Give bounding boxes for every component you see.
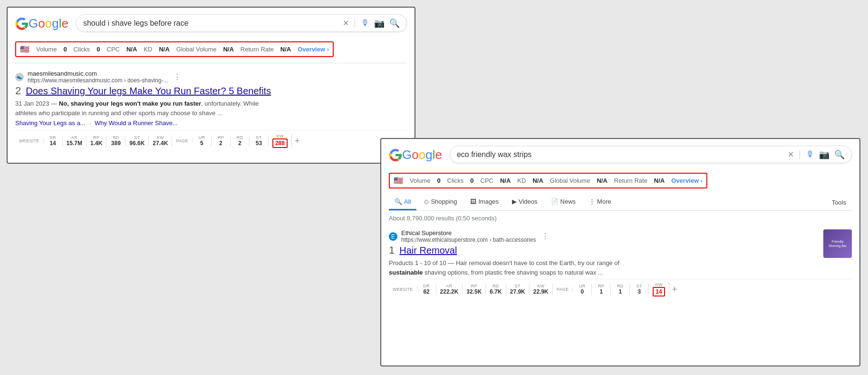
divider-pipe-1: | <box>354 18 356 29</box>
result-title-link-1[interactable]: Does Shaving Your legs Make You Run Fast… <box>26 86 271 97</box>
search-submit-icon-1[interactable]: 🔍 <box>389 18 400 29</box>
result-meta-1: 👟 maesmilesandmusic.com https://www.maes… <box>15 70 407 84</box>
search-bar-2[interactable]: eco friendly wax strips ✕ | 🎙 📷 🔍 <box>450 146 852 163</box>
result-source-2: Ethical Superstore <box>401 229 536 237</box>
logo-g-2: G <box>402 148 412 162</box>
mic-icon-2[interactable]: 🎙 <box>806 149 814 159</box>
snippet-date-1: 31 Jan 2023 <box>15 100 49 107</box>
metric-page-1: PAGE <box>172 138 193 143</box>
overview-link-2[interactable]: Overview › <box>671 177 703 184</box>
result-link-1a[interactable]: Shaving Your Legs as a... <box>15 119 85 127</box>
metric-page-2: PAGE <box>553 287 573 292</box>
result-snippet-1: 31 Jan 2023 — No, shaving your legs won'… <box>15 99 407 118</box>
metric-plus-2[interactable]: + <box>672 285 677 295</box>
tab-more-2[interactable]: ⋮ More <box>583 194 617 210</box>
metric-rd2-1: RD 2 <box>231 135 250 147</box>
clear-icon-2[interactable]: ✕ <box>788 150 794 159</box>
result-thumbnail-2: FriendlyShaving Bar <box>823 229 852 258</box>
metrics-bar-1: WEBSITE DR 14 AR 15.7M RP 1.4K RD 389 ST <box>15 130 407 148</box>
cpc-value-2: N/A <box>500 177 511 184</box>
tab-images-2[interactable]: 🖼 Images <box>464 194 504 210</box>
window1: Google should i shave legs before race ✕… <box>7 7 415 164</box>
metric-ur-1: UR 5 <box>193 135 212 147</box>
result-favicon-1: 👟 <box>15 73 24 81</box>
google-logo-2: Google <box>389 148 442 162</box>
result-favicon-2: E <box>389 232 397 241</box>
lens-icon-1[interactable]: 📷 <box>374 18 385 29</box>
metric-st2-2: ST 3 <box>630 284 649 295</box>
search-tabs-2: 🔍 All ◇ Shopping 🖼 Images ▶ Videos 📄 New… <box>389 194 852 211</box>
tab-tools-2[interactable]: Tools <box>826 195 852 210</box>
logo-e-2: e <box>435 148 442 162</box>
metric-rp1-2: RP 32.5K <box>463 284 486 295</box>
gv-label-2: Global Volume <box>550 177 590 184</box>
result-content-wrapper-2: E Ethical Superstore https://www.ethical… <box>389 229 852 279</box>
search-query-1: should i shave legs before race <box>83 19 339 28</box>
metrics-bar-2: WEBSITE DR 62 AR 222.2K RP 32.5K RD 6.7K… <box>389 279 852 296</box>
search-bar-icons-2: ✕ | 🎙 📷 🔍 <box>788 149 845 160</box>
kd-value-2: N/A <box>532 177 543 184</box>
metric-website-2: WEBSITE <box>389 287 417 292</box>
metric-rd1-1: RD 389 <box>106 135 125 147</box>
tab-images-icon-2: 🖼 <box>470 198 476 205</box>
gv-label-1: Global Volume <box>176 46 217 53</box>
results-count-2: About 8,790,000 results (0.50 seconds) <box>389 215 852 222</box>
logo-g2: g <box>52 16 58 30</box>
tab-videos-label-2: Videos <box>519 198 538 205</box>
result-content-2: E Ethical Superstore https://www.ethical… <box>389 229 818 279</box>
mic-icon-1[interactable]: 🎙 <box>361 18 369 28</box>
metric-st1-2: ST 27.9K <box>506 284 530 295</box>
metric-kw1-2: KW 22.9K <box>530 284 553 295</box>
dot-sep-1: · <box>89 119 91 127</box>
gv-value-1: N/A <box>223 46 233 53</box>
snippet-text1-2: Products 1 - 10 of 10 — Hair removal doe… <box>389 259 619 266</box>
result-source-1: maesmilesandmusic.com <box>28 70 168 77</box>
logo-o1-2: o <box>412 148 418 162</box>
clear-icon-1[interactable]: ✕ <box>343 19 349 28</box>
metric-dr-2: DR 62 <box>417 284 436 295</box>
tab-more-icon-2: ⋮ <box>589 198 595 205</box>
tab-shopping-label-2: Shopping <box>431 198 457 205</box>
result-snippet-2: Products 1 - 10 of 10 — Hair removal doe… <box>389 258 818 277</box>
search-submit-icon-2[interactable]: 🔍 <box>834 149 845 160</box>
rr-value-1: N/A <box>280 46 291 53</box>
metric-dr-1: DR 14 <box>44 135 63 147</box>
volume-label-1: Volume <box>36 46 57 53</box>
result-options-icon-1[interactable]: ⋮ <box>174 72 181 81</box>
gv-value-2: N/A <box>597 177 607 184</box>
cpc-label-1: CPC <box>107 46 120 53</box>
metric-plus-1[interactable]: + <box>295 136 300 146</box>
rr-label-2: Return Rate <box>614 177 647 184</box>
flag-icon-1: 🇺🇸 <box>20 45 29 54</box>
tab-news-label-2: News <box>560 198 576 205</box>
result-item-2: E Ethical Superstore https://www.ethical… <box>389 227 852 296</box>
tab-images-label-2: Images <box>478 198 499 205</box>
metric-ur-2: UR 0 <box>573 284 592 295</box>
search-bar-1[interactable]: should i shave legs before race ✕ | 🎙 📷 … <box>76 14 407 32</box>
result-link-1b[interactable]: Why Would a Runner Shave... <box>95 119 178 127</box>
clicks-value-2: 0 <box>470 177 473 184</box>
google-logo-1: Google <box>15 16 68 31</box>
kd-label-2: KD <box>517 177 526 184</box>
result-links-1: Shaving Your Legs as a... · Why Would a … <box>15 119 407 127</box>
metric-rd2-2: RD 1 <box>611 284 630 295</box>
snippet-text1-1: — No, shaving your legs won't make you r… <box>51 100 259 107</box>
tab-all-2[interactable]: 🔍 All <box>389 194 416 210</box>
tab-news-2[interactable]: 📄 News <box>545 194 582 210</box>
logo-g2-2: g <box>425 148 432 162</box>
seo-bar-2: 🇺🇸 Volume 0 Clicks 0 CPC N/A KD N/A Glob… <box>389 173 707 188</box>
tab-videos-2[interactable]: ▶ Videos <box>506 194 543 210</box>
logo-o2-2: o <box>419 148 425 162</box>
overview-link-1[interactable]: Overview › <box>298 46 329 53</box>
divider-pipe-2: | <box>799 149 801 160</box>
metric-rp1-1: RP 1.4K <box>87 135 106 147</box>
tab-shopping-2[interactable]: ◇ Shopping <box>418 194 463 210</box>
result-options-icon-2[interactable]: ⋮ <box>541 232 549 241</box>
tab-news-icon-2: 📄 <box>551 198 559 205</box>
search-query-2: eco friendly wax strips <box>457 150 784 159</box>
clicks-value-1: 0 <box>96 46 100 53</box>
metric-kw1-1: KW 27.4K <box>149 135 172 147</box>
lens-icon-2[interactable]: 📷 <box>819 149 829 160</box>
result-url-2: https://www.ethicalsuperstore.com › bath… <box>401 237 536 243</box>
result-title-link-2[interactable]: Hair Removal <box>399 245 457 256</box>
